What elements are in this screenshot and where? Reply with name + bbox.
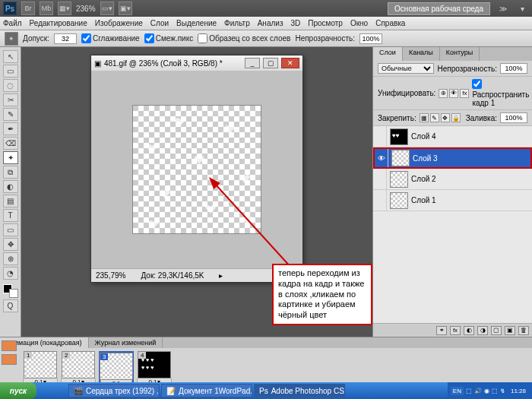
- menu-layer[interactable]: Слои: [150, 19, 169, 27]
- layer-mask-icon[interactable]: ◐: [464, 326, 474, 335]
- eyedropper-tool[interactable]: ✎: [3, 108, 18, 121]
- collapsed-panels[interactable]: [2, 340, 18, 368]
- lock-trans-icon[interactable]: ▦: [420, 113, 429, 122]
- tool-preset-icon[interactable]: ✦: [5, 32, 18, 46]
- lock-pixels-icon[interactable]: ✎: [430, 113, 439, 122]
- status-arrow-icon[interactable]: ▸: [219, 271, 223, 280]
- menu-view[interactable]: Просмотр: [308, 19, 343, 27]
- visibility-toggle[interactable]: [373, 169, 387, 189]
- shape-tool[interactable]: ✥: [3, 238, 18, 251]
- blur-tool[interactable]: ◐: [3, 180, 18, 193]
- eraser-tool[interactable]: ✦: [3, 151, 18, 164]
- unify-style-icon[interactable]: fx: [460, 89, 469, 98]
- tab-layers[interactable]: Слои: [373, 47, 403, 61]
- tray-icon[interactable]: ↯: [500, 388, 505, 394]
- layer-row[interactable]: Слой 1: [373, 190, 532, 211]
- visibility-toggle[interactable]: 👁: [375, 149, 388, 167]
- menu-file[interactable]: Файл: [3, 19, 22, 27]
- view-extras-icon[interactable]: ▦▾: [58, 2, 71, 15]
- tray-icon[interactable]: ◉: [484, 388, 489, 394]
- document-canvas[interactable]: [91, 71, 302, 268]
- tab-channels[interactable]: Каналы: [403, 47, 440, 61]
- close-button[interactable]: ✕: [281, 58, 299, 68]
- clone-tool[interactable]: ⌫: [3, 137, 18, 150]
- system-tray[interactable]: EN ⬚ 🔊 ◉ ⬚ ↯ 11:28: [448, 382, 532, 399]
- layer-thumb[interactable]: [390, 128, 408, 145]
- menu-3d[interactable]: 3D: [290, 19, 300, 27]
- contiguous-checkbox[interactable]: Смеж.пикс: [144, 33, 194, 43]
- csLive-icon[interactable]: ▾: [516, 5, 529, 13]
- gradient-tool[interactable]: ⧉: [3, 166, 18, 179]
- hand-tool[interactable]: ⊕: [3, 252, 18, 265]
- menu-window[interactable]: Окно: [350, 19, 368, 27]
- layer-row[interactable]: Слой 2: [373, 169, 532, 190]
- taskbar-item[interactable]: PsAdobe Photoshop CS...: [254, 384, 345, 397]
- frame[interactable]: 10,1▾: [23, 351, 58, 386]
- layer-group-icon[interactable]: ▢: [491, 326, 502, 335]
- menu-help[interactable]: Справка: [375, 19, 405, 27]
- menu-image[interactable]: Изображение: [95, 19, 143, 27]
- blend-mode-select[interactable]: Обычные: [378, 63, 434, 74]
- document-titlebar[interactable]: ▣ 481.gif @ 236% (Слой 3, RGB/8) * _ ▢ ✕: [91, 55, 302, 71]
- maximize-button[interactable]: ▢: [263, 58, 278, 68]
- unify-pos-icon[interactable]: ⊕: [439, 89, 448, 98]
- layer-fx-icon[interactable]: fx: [450, 326, 461, 335]
- layer-name[interactable]: Слой 2: [411, 175, 436, 183]
- zoom-tool[interactable]: ◔: [3, 267, 18, 280]
- pen-tool[interactable]: ▤: [3, 195, 18, 207]
- brush-tool[interactable]: ✒: [3, 122, 18, 135]
- layer-row[interactable]: 👁 Слой 3: [373, 147, 532, 169]
- path-tool[interactable]: ▭: [3, 223, 18, 236]
- menu-edit[interactable]: Редактирование: [30, 19, 87, 27]
- tab-history[interactable]: Журнал изменений: [89, 337, 163, 348]
- layer-row[interactable]: Слой 4: [373, 126, 532, 147]
- layer-thumb[interactable]: [390, 171, 408, 188]
- tray-icon[interactable]: ⬚: [492, 388, 498, 394]
- crop-tool[interactable]: ✂: [3, 93, 18, 106]
- frame[interactable]: 40,1▾: [137, 351, 172, 386]
- screen-mode-icon[interactable]: ▣▾: [119, 2, 132, 15]
- layer-opacity-input[interactable]: [500, 63, 527, 74]
- new-layer-icon[interactable]: ▣: [505, 326, 515, 335]
- language-indicator[interactable]: EN: [451, 387, 464, 395]
- tray-icon[interactable]: ⬚: [466, 388, 472, 394]
- workspace-selector[interactable]: Основная рабочая среда: [388, 2, 490, 15]
- frame[interactable]: 20,1▾: [61, 351, 96, 386]
- zoom-level[interactable]: 236%: [76, 5, 96, 13]
- fill-input[interactable]: [500, 112, 527, 123]
- color-swatches[interactable]: [3, 284, 18, 298]
- quick-mask-tool[interactable]: Q: [3, 299, 18, 312]
- taskbar-item[interactable]: 🎬Сердца трех (1992) ...: [68, 384, 160, 397]
- image-content[interactable]: [132, 105, 261, 234]
- move-tool[interactable]: ↖: [3, 50, 18, 63]
- visibility-toggle[interactable]: [373, 126, 387, 147]
- unify-vis-icon[interactable]: 👁: [449, 89, 458, 98]
- taskbar-item[interactable]: 📝Документ 1WordPad...: [161, 384, 252, 397]
- status-zoom[interactable]: 235,79%: [96, 271, 125, 280]
- all-layers-checkbox[interactable]: Образец со всех слоев: [198, 33, 290, 43]
- lock-all-icon[interactable]: 🔒: [451, 113, 461, 122]
- adjustment-layer-icon[interactable]: ◑: [477, 326, 488, 335]
- layer-name[interactable]: Слой 4: [411, 132, 436, 141]
- start-button[interactable]: пуск: [0, 382, 36, 399]
- lasso-tool[interactable]: ◌: [3, 79, 18, 92]
- menu-analysis[interactable]: Анализ: [258, 19, 283, 27]
- opacity-input[interactable]: [359, 33, 382, 44]
- antialias-checkbox[interactable]: Сглаживание: [81, 33, 140, 43]
- tray-icon[interactable]: 🔊: [474, 388, 482, 394]
- layer-name[interactable]: Слой 1: [411, 196, 436, 204]
- status-docsize[interactable]: Док: 29,3K/146,5K: [141, 271, 204, 280]
- visibility-toggle[interactable]: [373, 190, 387, 211]
- marquee-tool[interactable]: ▭: [3, 65, 18, 78]
- tolerance-input[interactable]: [54, 33, 77, 44]
- arrange-icon[interactable]: ▭▾: [100, 2, 114, 15]
- link-layers-icon[interactable]: ⚭: [436, 326, 447, 335]
- delete-layer-icon[interactable]: 🗑: [518, 326, 529, 335]
- tab-paths[interactable]: Контуры: [440, 47, 480, 61]
- layer-thumb[interactable]: [391, 150, 410, 166]
- minimize-button[interactable]: _: [245, 58, 260, 68]
- minibridge-icon[interactable]: Mb: [40, 2, 53, 15]
- layer-name[interactable]: Слой 3: [413, 154, 438, 163]
- layer-thumb[interactable]: [390, 192, 408, 209]
- propagate-checkbox[interactable]: Распространить кадр 1: [472, 79, 529, 107]
